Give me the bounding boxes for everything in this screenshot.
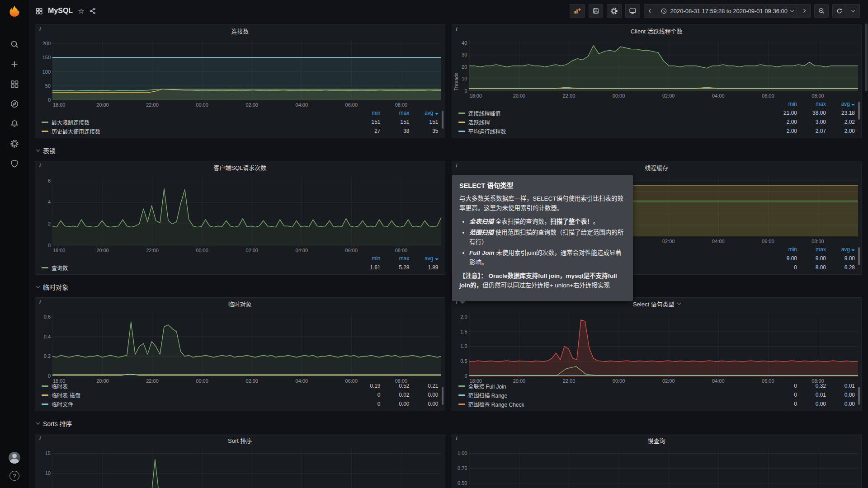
legend-sort-avg[interactable]: avg [826,246,855,253]
info-icon[interactable]: i [38,435,42,442]
time-series-chart[interactable]: 05101518:0020:0022:0000:0002:0004:0006:0… [35,446,445,488]
sidebar-configuration-button[interactable] [0,134,29,154]
legend-series-toggle[interactable]: 全联接 Full Join [458,384,769,390]
legend: minmaxavg最大限制连接数151151151历史最大使用连接数273835 [35,108,445,138]
info-icon[interactable]: i [454,435,459,442]
share-icon[interactable] [89,7,96,14]
navbar-right: 2020-08-31 17:59:28 to 2020-09-01 09:36:… [570,4,860,18]
section-header-table-locks[interactable]: 表锁 [35,145,862,156]
help-icon[interactable]: ? [9,471,19,481]
legend-sort-min[interactable]: min [352,255,381,262]
legend-max-value: 0.02 [381,392,410,398]
legend-sort-avg[interactable]: avg [410,255,439,262]
legend-series-toggle[interactable]: 活跃线程 [458,118,769,126]
legend: 全联接 Full Join00.320.01范围扫描 Range00.010.0… [452,384,862,411]
panel-menu[interactable]: 连接数 [35,25,445,37]
legend-row: 活跃线程2.003.002.02 [458,117,855,127]
legend-series-toggle[interactable]: 临时表 [42,384,352,390]
sidebar-create-button[interactable] [0,54,29,74]
page-scrollbar[interactable] [864,22,868,488]
legend-min-value: 2.00 [768,128,797,134]
panel-title: 连接数 [231,27,249,35]
save-dashboard-button[interactable] [589,4,603,18]
legend-series-toggle[interactable]: 平均运行线程数 [458,127,769,135]
time-series-chart[interactable]: 05010015020018:0020:0022:0000:0002:0004:… [35,37,445,108]
sidebar-alerting-button[interactable] [0,114,29,134]
legend-scrollbar[interactable] [858,102,860,120]
sidebar-search-button[interactable] [0,34,29,54]
time-series-chart[interactable]: 00.250.500.751.0018:0020:0022:0000:0002:… [452,446,862,488]
time-range-picker[interactable]: 2020-08-31 17:59:28 to 2020-09-01 09:36:… [657,4,797,18]
refresh-button[interactable] [832,4,846,18]
legend-series-toggle[interactable]: 查询数 [42,264,352,272]
y-tick-label: 0 [452,88,467,94]
legend: minmaxavg查询数1.615.281.89 [35,253,445,274]
sidebar-explore-button[interactable] [0,94,29,114]
legend-sort-min[interactable]: min [768,101,797,107]
add-panel-button[interactable] [570,4,585,18]
info-icon[interactable]: i [454,25,459,33]
legend-sort-max[interactable]: max [797,101,826,107]
panel-menu[interactable]: 客户端SQL请求次数 [35,161,445,173]
sidebar-dashboards-button[interactable] [0,74,29,94]
legend-series-toggle[interactable]: 临时表-磁盘 [42,391,352,399]
y-tick-label: 0.2 [35,353,51,359]
section-header-sorts[interactable]: Sorts 排序 [35,418,862,429]
search-icon [10,40,19,49]
panel-menu[interactable]: 慢查询 [452,434,862,446]
legend-min-value: 151 [352,119,381,125]
panel-title: Client 活跃线程个数 [631,27,683,35]
legend-sort-min[interactable]: min [352,110,381,116]
zoom-out-button[interactable] [814,4,829,18]
legend-scrollbar[interactable] [858,387,860,405]
refresh-interval-dropdown[interactable] [846,4,860,18]
panel-description-tooltip: SELECT 语句类型 与大多数关系数据库一样，SELECT语句使用索引比扫表的… [452,175,633,301]
legend-series-toggle[interactable]: 最大限制连接数 [42,118,352,126]
tooltip-bullet: 全表扫描 全表扫描的查询数，扫描了整个表！。 [469,217,626,227]
time-series-chart[interactable]: 00.20.40.618:0020:0022:0000:0002:0004:00… [35,310,445,384]
section-header-temp-objects[interactable]: 临时对象 [35,281,862,293]
legend-scrollbar[interactable] [442,111,443,129]
legend-sort-avg[interactable]: avg [826,101,855,107]
panel-menu[interactable]: 临时对象 [35,298,445,310]
info-icon[interactable]: i [38,25,42,33]
legend-scrollbar[interactable] [858,247,860,265]
y-tick-label: 6 [35,178,51,183]
cycle-view-button[interactable] [625,4,640,18]
legend-sort-max[interactable]: max [381,255,410,262]
info-icon[interactable]: i [38,298,42,305]
x-tick-label: 20:00 [513,378,526,384]
time-series-chart[interactable]: 024618:0020:0022:0000:0002:0004:0006:000… [35,173,445,253]
panel-menu[interactable]: Sort 排序 [35,434,445,446]
panel-menu[interactable]: Client 活跃线程个数 [452,25,862,37]
legend-scrollbar[interactable] [442,387,443,405]
legend-sort-max[interactable]: max [797,246,826,253]
time-series-chart[interactable]: Threads01020304018:0020:0022:0000:0002:0… [452,37,862,99]
x-tick-label: 04:00 [712,93,725,99]
legend-series-toggle[interactable]: 范围检查 Range Check [458,400,769,408]
legend-series-toggle[interactable]: 临时文件 [42,400,352,408]
favorite-star-icon[interactable]: ☆ [78,7,84,15]
time-series-chart[interactable]: 00.51.01.52.018:0020:0022:0000:0002:0004… [452,310,862,384]
info-icon[interactable]: i [454,162,459,169]
legend-series-toggle[interactable]: 历史最大使用连接数 [42,127,352,135]
page-scrollbar-thumb[interactable] [865,23,868,91]
legend-avg-value: 151 [410,119,439,125]
dashboard-settings-button[interactable] [607,4,622,18]
legend-max-value: 5.28 [381,264,410,271]
dashboard-title[interactable]: MySQL [48,7,73,15]
legend-sort-min[interactable]: min [768,246,797,253]
user-avatar[interactable] [9,452,20,464]
time-shift-back-button[interactable] [644,4,657,18]
legend-series-toggle[interactable]: 范围扫描 Range [458,391,769,399]
info-icon[interactable]: i [38,162,42,169]
tooltip-title: SELECT 语句类型 [459,181,626,191]
legend-avg-value: 0.00 [410,392,439,398]
legend-series-toggle[interactable]: 连接线程峰值 [458,109,769,117]
time-shift-forward-button[interactable] [797,4,811,18]
panel-menu[interactable]: 线程缓存 [452,161,862,173]
sidebar-admin-button[interactable] [0,154,29,174]
grafana-logo[interactable] [0,0,29,22]
legend-sort-avg[interactable]: avg [410,110,439,116]
legend-sort-max[interactable]: max [381,110,410,116]
